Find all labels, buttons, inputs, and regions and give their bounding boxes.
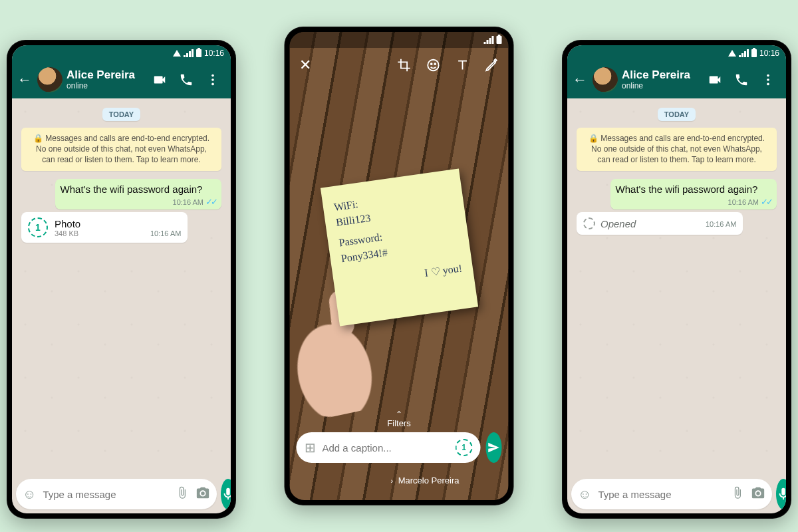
avatar[interactable] [37, 67, 63, 92]
clock: 10:16 [204, 49, 224, 58]
message-text: What's the wifi password again? [61, 183, 216, 196]
note-line-5: I ♡ you! [343, 260, 462, 292]
more-icon[interactable] [205, 72, 220, 87]
screen-right: 10:16 ← Alice Pereira online TODAY 🔒 Mes… [567, 45, 786, 513]
svg-point-1 [211, 78, 214, 81]
screen-middle: WiFi: Billi123 Password: Pony334!# I ♡ y… [290, 32, 509, 500]
video-call-icon[interactable] [152, 72, 167, 87]
message-input[interactable] [43, 489, 169, 500]
attach-icon[interactable] [176, 486, 189, 503]
svg-point-10 [757, 491, 761, 495]
camera-icon[interactable] [196, 485, 210, 503]
mic-button[interactable] [776, 479, 786, 509]
camera-icon[interactable] [751, 485, 765, 503]
clock: 10:16 [759, 49, 779, 58]
opened-label: Opened [600, 218, 636, 229]
voice-call-icon[interactable] [179, 72, 194, 87]
text-icon[interactable] [456, 58, 470, 72]
mic-button[interactable] [221, 479, 231, 509]
contact-name: Alice Pereira [66, 69, 148, 82]
photo-label: Photo [55, 218, 80, 229]
video-call-icon[interactable] [708, 72, 722, 87]
chat-header: ← Alice Pereira online [12, 61, 231, 98]
message-input[interactable] [598, 489, 724, 500]
screen-left: 10:16 ← Alice Pereira online TODAY 🔒 Mes… [12, 45, 231, 513]
crop-icon[interactable] [397, 58, 412, 72]
presence: online [622, 82, 704, 90]
day-chip: TODAY [658, 108, 696, 121]
input-bar: ☺ [16, 479, 227, 509]
svg-point-9 [767, 83, 769, 86]
draw-icon[interactable] [485, 58, 499, 72]
add-media-icon[interactable]: ⊞ [305, 440, 316, 456]
contact-name: Alice Pereira [622, 69, 704, 82]
message-input-pill[interactable]: ☺ [16, 479, 217, 509]
chat-body: TODAY 🔒 Messages and calls are end-to-en… [567, 98, 786, 479]
viewonce-toggle[interactable]: 1 [456, 439, 473, 456]
read-ticks-icon: ✓✓ [761, 197, 771, 207]
more-icon[interactable] [761, 72, 775, 87]
header-text[interactable]: Alice Pereira online [66, 69, 148, 90]
emoji-icon[interactable]: ☺ [578, 487, 591, 502]
battery-icon [196, 49, 201, 57]
phone-left: 10:16 ← Alice Pereira online TODAY 🔒 Mes… [7, 40, 236, 519]
svg-point-3 [201, 491, 205, 495]
svg-point-2 [211, 83, 214, 86]
caption-bar: ⊞ 1 [297, 432, 502, 463]
svg-point-0 [211, 74, 214, 77]
outgoing-message[interactable]: What's the wifi password again? 10:16 AM… [610, 179, 777, 210]
filters-handle[interactable]: ⌃ Filters [290, 410, 509, 428]
close-icon[interactable]: ✕ [299, 57, 311, 74]
recipient-name: Marcelo Pereira [398, 475, 460, 485]
viewonce-opened-message[interactable]: Opened 10:16 AM [577, 212, 743, 235]
recipient-row[interactable]: › Marcelo Pereira [290, 475, 509, 485]
attach-icon[interactable] [731, 486, 744, 503]
editor-toolbar: ✕ [290, 51, 509, 80]
presence: online [66, 82, 148, 90]
back-icon[interactable]: ← [16, 71, 33, 88]
sticker-icon[interactable] [426, 58, 441, 72]
caption-input[interactable] [323, 442, 449, 454]
viewonce-icon: 1 [28, 217, 48, 237]
battery-icon [497, 36, 502, 44]
sticky-note: WiFi: Billi123 Password: Pony334!# I ♡ y… [320, 168, 477, 326]
status-bar-dark [290, 32, 509, 48]
svg-point-4 [428, 60, 439, 71]
svg-point-5 [431, 63, 432, 65]
voice-call-icon[interactable] [734, 72, 749, 87]
signal-icon [184, 49, 194, 57]
e2e-notice[interactable]: 🔒 Messages and calls are end-to-end encr… [577, 128, 777, 171]
outgoing-message[interactable]: What's the wifi password again? 10:16 AM… [55, 179, 221, 210]
phone-right: 10:16 ← Alice Pereira online TODAY 🔒 Mes… [562, 40, 791, 519]
back-icon[interactable]: ← [571, 71, 589, 88]
message-text: What's the wifi password again? [616, 183, 771, 196]
chevron-right-icon: › [390, 477, 393, 485]
avatar[interactable] [593, 67, 618, 92]
svg-point-6 [434, 63, 436, 65]
svg-point-7 [767, 74, 769, 77]
message-time: 10:16 AM [728, 198, 759, 206]
wifi-icon [173, 50, 181, 57]
header-text[interactable]: Alice Pereira online [622, 69, 704, 90]
viewonce-photo-message[interactable]: 1 Photo 348 KB 10:16 AM [21, 212, 188, 243]
signal-icon [484, 36, 494, 44]
signal-icon [739, 49, 749, 57]
status-bar: 10:16 [12, 45, 231, 61]
status-bar: 10:16 [567, 45, 786, 61]
message-time: 10:16 AM [173, 198, 203, 206]
photo-time: 10:16 AM [150, 229, 181, 237]
chat-header: ← Alice Pereira online [567, 61, 786, 98]
battery-icon [751, 49, 757, 57]
chat-body: TODAY 🔒 Messages and calls are end-to-en… [12, 98, 231, 479]
send-button[interactable] [486, 432, 502, 463]
input-bar: ☺ [571, 479, 782, 509]
caption-pill[interactable]: ⊞ 1 [297, 432, 481, 463]
message-input-pill[interactable]: ☺ [571, 479, 772, 509]
e2e-notice[interactable]: 🔒 Messages and calls are end-to-end encr… [21, 128, 221, 171]
photo-size: 348 KB [55, 229, 80, 237]
viewonce-opened-icon [583, 217, 595, 229]
chevron-up-icon: ⌃ [290, 410, 509, 418]
svg-point-8 [767, 78, 769, 81]
emoji-icon[interactable]: ☺ [23, 487, 36, 502]
read-ticks-icon: ✓✓ [205, 197, 216, 207]
